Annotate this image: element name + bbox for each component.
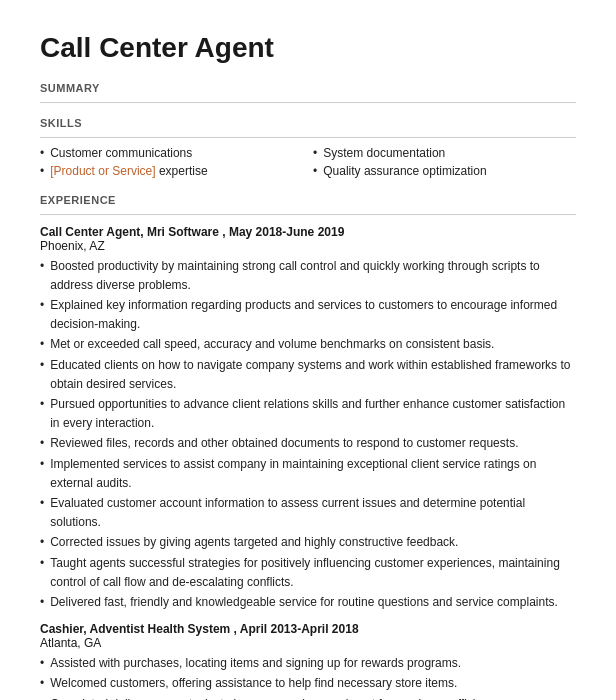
bullet-item: Evaluated customer account information t… xyxy=(40,494,576,531)
bullet-text: Reviewed files, records and other obtain… xyxy=(50,434,518,453)
bullet-item: Implemented services to assist company i… xyxy=(40,455,576,492)
job-bullets-1: Boosted productivity by maintaining stro… xyxy=(40,257,576,612)
bullet-item: Explained key information regarding prod… xyxy=(40,296,576,333)
skill-item: Customer communications xyxy=(40,144,303,162)
experience-section: EXPERIENCE Call Center Agent, Mri Softwa… xyxy=(40,194,576,700)
skill-item: System documentation xyxy=(313,144,576,162)
bullet-item: Educated clients on how to navigate comp… xyxy=(40,356,576,393)
bullet-text: Evaluated customer account information t… xyxy=(50,494,576,531)
experience-divider xyxy=(40,214,576,215)
skills-right-col: System documentation Quality assurance o… xyxy=(313,144,576,180)
bullet-text: Taught agents successful strategies for … xyxy=(50,554,576,591)
bullet-text: Met or exceeded call speed, accuracy and… xyxy=(50,335,494,354)
bullet-text: Educated clients on how to navigate comp… xyxy=(50,356,576,393)
skills-left-col: Customer communications [Product or Serv… xyxy=(40,144,303,180)
bullet-item: Completed daily recovery tasks to keep a… xyxy=(40,695,576,700)
skills-grid: Customer communications [Product or Serv… xyxy=(40,144,576,180)
skills-header: SKILLS xyxy=(40,117,576,129)
skill-item: Quality assurance optimization xyxy=(313,162,576,180)
job-location-2: Atlanta, GA xyxy=(40,636,576,650)
bullet-item: Pursued opportunities to advance client … xyxy=(40,395,576,432)
resume-title: Call Center Agent xyxy=(40,32,576,64)
summary-header: SUMMARY xyxy=(40,82,576,94)
bullet-text: Welcomed customers, offering assistance … xyxy=(50,674,457,693)
job-entry-1: Call Center Agent, Mri Software , May 20… xyxy=(40,225,576,612)
bullet-item: Reviewed files, records and other obtain… xyxy=(40,434,576,453)
skill-item: [Product or Service] expertise xyxy=(40,162,303,180)
bullet-text: Assisted with purchases, locating items … xyxy=(50,654,461,673)
skill-suffix: expertise xyxy=(156,162,208,180)
experience-header: EXPERIENCE xyxy=(40,194,576,206)
bullet-item: Boosted productivity by maintaining stro… xyxy=(40,257,576,294)
bullet-text: Pursued opportunities to advance client … xyxy=(50,395,576,432)
bullet-text: Delivered fast, friendly and knowledgeab… xyxy=(50,593,558,612)
bullet-item: Delivered fast, friendly and knowledgeab… xyxy=(40,593,576,612)
job-title-2: Cashier, Adventist Health System , April… xyxy=(40,622,576,636)
job-location-1: Phoenix, AZ xyxy=(40,239,576,253)
skill-text: Customer communications xyxy=(50,144,192,162)
skills-section: SKILLS Customer communications [Product … xyxy=(40,117,576,180)
bullet-text: Corrected issues by giving agents target… xyxy=(50,533,458,552)
bullet-text: Explained key information regarding prod… xyxy=(50,296,576,333)
job-entry-2: Cashier, Adventist Health System , April… xyxy=(40,622,576,700)
job-bullets-2: Assisted with purchases, locating items … xyxy=(40,654,576,700)
bullet-text: Implemented services to assist company i… xyxy=(50,455,576,492)
skills-divider xyxy=(40,137,576,138)
bullet-text: Completed daily recovery tasks to keep a… xyxy=(50,695,503,700)
bullet-item: Corrected issues by giving agents target… xyxy=(40,533,576,552)
resume-page: Call Center Agent SUMMARY SKILLS Custome… xyxy=(0,0,616,700)
bullet-item: Welcomed customers, offering assistance … xyxy=(40,674,576,693)
bullet-item: Taught agents successful strategies for … xyxy=(40,554,576,591)
bullet-text: Boosted productivity by maintaining stro… xyxy=(50,257,576,294)
summary-divider xyxy=(40,102,576,103)
skill-highlight: [Product or Service] xyxy=(50,162,155,180)
summary-section: SUMMARY xyxy=(40,82,576,103)
bullet-item: Assisted with purchases, locating items … xyxy=(40,654,576,673)
job-title-1: Call Center Agent, Mri Software , May 20… xyxy=(40,225,576,239)
bullet-item: Met or exceeded call speed, accuracy and… xyxy=(40,335,576,354)
skill-text: System documentation xyxy=(323,144,445,162)
skill-text: Quality assurance optimization xyxy=(323,162,486,180)
